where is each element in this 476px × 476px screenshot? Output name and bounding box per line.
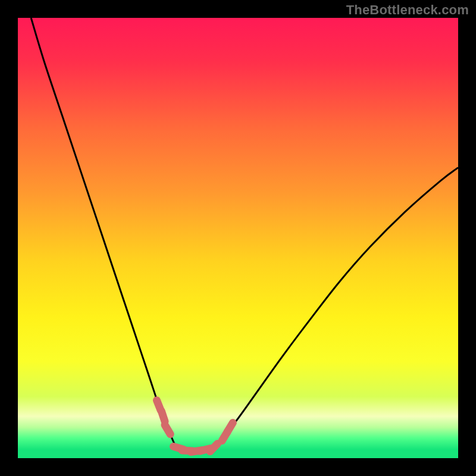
bottleneck-curve xyxy=(18,18,458,458)
curve-marker xyxy=(210,444,217,452)
curve-marker xyxy=(227,422,233,431)
curve-marker xyxy=(165,425,170,434)
curve-path xyxy=(31,18,458,451)
outer-frame: TheBottleneck.com xyxy=(0,0,476,476)
curve-marker xyxy=(161,411,165,421)
watermark-text: TheBottleneck.com xyxy=(346,2,469,18)
curve-markers xyxy=(156,400,233,452)
plot-area xyxy=(18,18,458,458)
